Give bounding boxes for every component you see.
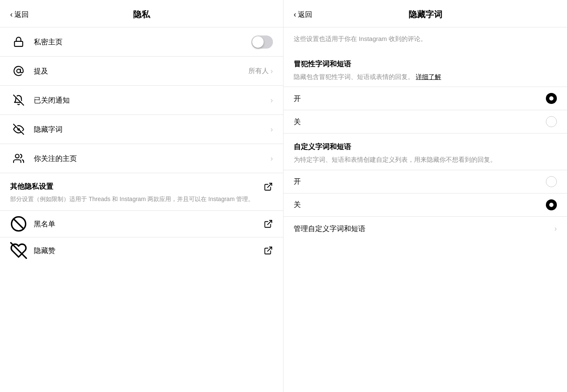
- offensive-desc-text: 隐藏包含冒犯性字词、短语或表情的回复。: [294, 73, 414, 80]
- manage-custom-words-chevron-icon: ›: [554, 224, 557, 233]
- ext-item-hidden-likes[interactable]: 隐藏赞: [0, 237, 283, 264]
- left-back-chevron-icon: ‹: [10, 10, 13, 19]
- svg-point-1: [17, 69, 21, 73]
- right-back-button[interactable]: ‹ 返回: [294, 10, 312, 19]
- block-circle-icon: [10, 215, 27, 232]
- svg-line-10: [267, 247, 272, 251]
- left-header: ‹ 返回 隐私: [0, 0, 283, 27]
- hidden-words-right: ›: [270, 125, 273, 134]
- offensive-option-off[interactable]: 关: [284, 110, 567, 133]
- offensive-section-desc: 隐藏包含冒犯性字词、短语或表情的回复。 详细了解: [284, 72, 567, 87]
- manage-custom-words-label: 管理自定义字词和短语: [294, 224, 554, 234]
- svg-line-8: [267, 220, 272, 225]
- right-subtitle: 这些设置也适用于你在 Instagram 收到的评论。: [284, 27, 567, 51]
- external-link-icon: [264, 182, 273, 191]
- left-back-label: 返回: [14, 10, 29, 19]
- eye-off-icon: [10, 121, 27, 138]
- lock-icon: [10, 33, 27, 50]
- notifications-off-right: ›: [270, 96, 273, 105]
- svg-line-7: [14, 219, 24, 229]
- private-home-toggle[interactable]: [251, 35, 273, 49]
- bell-off-icon: [10, 92, 27, 109]
- toggle-container[interactable]: [251, 35, 273, 49]
- right-panel: ‹ 返回 隐藏字词 这些设置也适用于你在 Instagram 收到的评论。 冒犯…: [284, 0, 567, 392]
- mentions-label: 提及: [34, 66, 248, 76]
- offensive-on-radio[interactable]: [546, 93, 557, 104]
- other-settings-header: 其他隐私设置: [10, 182, 273, 191]
- custom-on-label: 开: [294, 177, 546, 186]
- at-icon: [10, 63, 27, 79]
- notifications-off-chevron-icon: ›: [270, 96, 273, 105]
- right-header: ‹ 返回 隐藏字词: [284, 0, 567, 27]
- toggle-knob: [252, 36, 264, 48]
- offensive-section-title: 冒犯性字词和短语: [284, 51, 567, 72]
- offensive-option-on[interactable]: 开: [284, 87, 567, 110]
- hidden-words-label: 隐藏字词: [34, 125, 270, 134]
- mentions-current-value: 所有人: [248, 67, 269, 76]
- custom-option-on[interactable]: 开: [284, 170, 567, 193]
- blacklist-external-link-icon: [264, 219, 273, 229]
- right-panel-title: 隐藏字词: [409, 9, 442, 20]
- offensive-off-radio[interactable]: [546, 116, 557, 127]
- ext-item-blacklist[interactable]: 黑名单: [0, 211, 283, 237]
- custom-option-off[interactable]: 关: [284, 193, 567, 216]
- offensive-off-label: 关: [294, 117, 546, 127]
- menu-item-mentions[interactable]: 提及 所有人 ›: [0, 57, 283, 85]
- custom-off-radio-dot: [546, 199, 557, 210]
- left-back-button[interactable]: ‹ 返回: [10, 10, 29, 19]
- mentions-value: 所有人 ›: [248, 67, 273, 76]
- custom-section-desc: 为特定字词、短语和表情创建自定义列表，用来隐藏你不想看到的回复。: [284, 155, 567, 170]
- hidden-words-chevron-icon: ›: [270, 125, 273, 134]
- left-panel-title: 隐私: [133, 9, 150, 20]
- heart-off-icon: [10, 242, 27, 259]
- other-settings-section: 其他隐私设置 部分设置（例如限制）适用于 Threads 和 Instagram…: [0, 173, 283, 210]
- mentions-chevron-icon: ›: [270, 67, 273, 76]
- offensive-on-label: 开: [294, 94, 546, 103]
- following-home-label: 你关注的主页: [34, 154, 270, 163]
- left-panel: ‹ 返回 隐私 私密主页 提及 所有人: [0, 0, 284, 392]
- menu-item-hidden-words[interactable]: 隐藏字词 ›: [0, 115, 283, 144]
- svg-point-4: [15, 154, 19, 158]
- people-icon: [10, 150, 27, 167]
- menu-item-notifications-off[interactable]: 已关闭通知 ›: [0, 86, 283, 114]
- following-home-chevron-icon: ›: [270, 154, 273, 163]
- svg-rect-0: [14, 41, 23, 46]
- blacklist-label: 黑名单: [34, 219, 264, 229]
- offensive-detail-link[interactable]: 详细了解: [416, 73, 441, 80]
- custom-section-title: 自定义字词和短语: [284, 133, 567, 155]
- other-settings-title: 其他隐私设置: [10, 182, 53, 191]
- custom-off-label: 关: [294, 200, 546, 210]
- manage-custom-words-item[interactable]: 管理自定义字词和短语 ›: [284, 217, 567, 241]
- menu-item-following-home[interactable]: 你关注的主页 ›: [0, 144, 283, 173]
- menu-item-private-home[interactable]: 私密主页: [0, 27, 283, 56]
- following-home-right: ›: [270, 154, 273, 163]
- notifications-off-label: 已关闭通知: [34, 95, 270, 105]
- hidden-likes-external-link-icon: [264, 246, 273, 255]
- private-home-label: 私密主页: [34, 37, 251, 47]
- hidden-likes-label: 隐藏赞: [34, 246, 264, 256]
- svg-line-2: [14, 95, 24, 105]
- right-back-label: 返回: [298, 10, 312, 19]
- svg-line-5: [267, 183, 272, 187]
- custom-on-radio[interactable]: [546, 176, 557, 187]
- offensive-on-radio-dot: [546, 93, 557, 104]
- right-back-chevron-icon: ‹: [294, 10, 296, 19]
- other-settings-desc: 部分设置（例如限制）适用于 Threads 和 Instagram 两款应用，并…: [10, 195, 273, 204]
- custom-off-radio[interactable]: [546, 199, 557, 210]
